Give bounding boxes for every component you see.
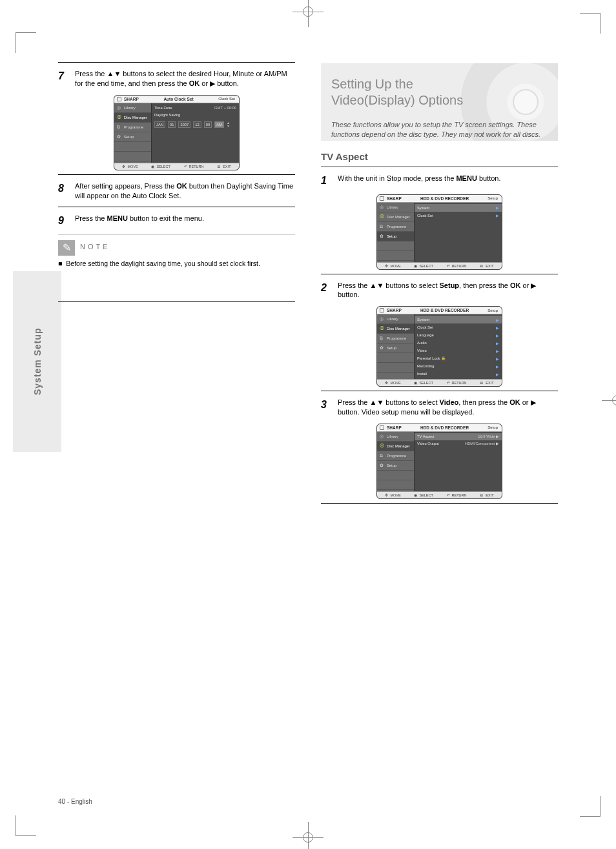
osd-brand: SHARP (387, 425, 402, 430)
row-language[interactable]: Language▶ (417, 331, 499, 339)
programme-icon (117, 125, 122, 130)
row-recording[interactable]: Recording▶ (417, 362, 499, 370)
brand-logo-icon (380, 308, 384, 312)
osd-brand: SHARP (387, 308, 402, 312)
lock-icon: 🔒 (441, 356, 446, 360)
chevron-right-icon: ▶ (496, 333, 499, 338)
osd-brand: SHARP (387, 196, 402, 201)
chevron-right-icon: ▶ (496, 341, 499, 345)
osd-crumb: Setup (488, 196, 498, 200)
osd-setup-expanded: SHARP HDD & DVD RECORDER Setup Library D… (376, 306, 502, 387)
right-icon: ▶ (531, 281, 536, 289)
exit-icon: ⦻ (480, 264, 484, 268)
sidebar-item-discmanager[interactable]: Disc Manager (124, 116, 147, 119)
sidebar-item-library[interactable]: Library (124, 106, 136, 110)
step-1: 1 With the unit in Stop mode, press the … (321, 174, 558, 188)
move-icon: ✥ (385, 381, 388, 385)
row-timezone[interactable]: Time Zone GMT + 00:00 (154, 105, 236, 112)
library-icon (117, 105, 122, 110)
clock-segments[interactable]: JAN 01 2007 12 00 AM ▲▼ (154, 121, 236, 128)
sidebar-item-discmanager[interactable]: Disc Manager (387, 327, 410, 331)
return-icon: ↶ (447, 264, 450, 268)
banner-subtitle: These functions allow you to setup the T… (331, 120, 548, 139)
programme-icon (380, 336, 385, 341)
sidebar-item-setup[interactable]: Setup (124, 135, 134, 139)
osd-crumb: Setup (488, 425, 498, 429)
move-icon: ✥ (385, 493, 388, 497)
note-text: ■ Before setting the daylight saving tim… (58, 260, 295, 267)
step-3: 3 Press the ▲▼ buttons to select Video, … (321, 398, 558, 417)
osd-title: Auto Clock Set (139, 97, 219, 101)
sidebar-item-programme[interactable]: Programme (387, 454, 406, 458)
banner-title-line1: Setting Up the (331, 77, 413, 91)
row-install[interactable]: Install▶ (417, 370, 499, 378)
row-clockset[interactable]: Clock Set▶ (417, 323, 499, 331)
right-icon: ▶ (531, 398, 536, 406)
osd-crumb: Setup (488, 309, 498, 312)
exit-icon: ⦻ (480, 381, 484, 385)
chevron-right-icon: ▶ (496, 325, 499, 330)
row-tvaspect[interactable]: TV Aspect16:9 Wide ▶ (415, 433, 502, 440)
row-videooutput[interactable]: Video OutputHDMI/Component ▶ (417, 440, 499, 447)
spinner-down-icon[interactable]: ▼ (227, 125, 230, 128)
osd-crumb: Clock Set (218, 97, 235, 101)
chevron-right-icon: ▶ (496, 349, 499, 353)
sidebar-item-setup[interactable]: Setup (387, 464, 396, 467)
step-2: 2 Press the ▲▼ buttons to select Setup, … (321, 281, 558, 300)
discmanager-icon (117, 115, 122, 120)
step-9: 9 Press the MENU button to exit the menu… (58, 214, 295, 228)
banner-title-line2: Video(Display) Options (331, 93, 463, 107)
sidebar-item-programme[interactable]: Programme (387, 225, 406, 229)
section-heading-tvaspect: TV Aspect (321, 151, 558, 162)
osd-video-menu: SHARP HDD & DVD RECORDER Setup Library D… (376, 424, 502, 499)
brand-logo-icon (380, 196, 384, 201)
row-video[interactable]: Video▶ (417, 347, 499, 354)
move-icon: ✥ (122, 165, 125, 169)
row-system[interactable]: System▶ (415, 204, 502, 212)
note-block: ✎ NOTE (58, 240, 295, 256)
row-parental[interactable]: Parental Lock 🔒▶ (417, 354, 499, 362)
sidebar-item-discmanager[interactable]: Disc Manager (387, 215, 410, 219)
row-system[interactable]: System▶ (415, 316, 502, 323)
osd-title: HDD & DVD RECORDER (402, 196, 488, 201)
return-icon: ↶ (447, 493, 450, 497)
return-icon: ↶ (184, 165, 187, 169)
library-icon (380, 434, 385, 439)
chevron-right-icon: ▶ (496, 356, 499, 361)
programme-icon (380, 453, 385, 458)
chevron-right-icon: ▶ (496, 213, 499, 218)
sidebar-item-library[interactable]: Library (387, 317, 398, 321)
select-icon: ◉ (414, 493, 417, 497)
sidebar-item-library[interactable]: Library (387, 205, 398, 209)
library-icon (380, 316, 385, 322)
right-icon: ▶ (210, 79, 215, 87)
exit-icon: ⦻ (217, 165, 221, 169)
brand-logo-icon (380, 425, 384, 430)
row-daylight[interactable]: Daylight Saving (154, 112, 236, 119)
select-icon: ◉ (151, 165, 154, 169)
osd-title: HDD & DVD RECORDER (402, 308, 488, 312)
sidebar-item-discmanager[interactable]: Disc Manager (387, 444, 410, 448)
updown-icon: ▲▼ (107, 70, 121, 77)
sidebar-item-programme[interactable]: Programme (387, 336, 406, 340)
discmanager-icon (380, 214, 385, 220)
select-icon: ◉ (414, 381, 417, 385)
step-8: 8 After setting appears, Press the OK bu… (58, 181, 295, 201)
sidebar-item-programme[interactable]: Programme (124, 125, 143, 129)
chevron-right-icon: ▶ (496, 318, 499, 322)
pencil-icon: ✎ (58, 240, 75, 256)
setup-icon (380, 345, 385, 351)
osd-title: HDD & DVD RECORDER (402, 425, 488, 430)
sidebar-item-setup[interactable]: Setup (387, 346, 396, 350)
row-audio[interactable]: Audio▶ (417, 339, 499, 347)
page-number: 40 - English (58, 798, 92, 805)
return-icon: ↶ (447, 381, 450, 385)
sidebar-item-library[interactable]: Library (387, 435, 398, 438)
row-clockset[interactable]: Clock Set▶ (417, 212, 499, 220)
osd-auto-clock-set: SHARP Auto Clock Set Clock Set Library D… (114, 95, 240, 170)
setup-icon (380, 463, 385, 468)
programme-icon (380, 224, 385, 229)
sidebar-item-setup[interactable]: Setup (387, 234, 396, 238)
osd-brand: SHARP (124, 97, 139, 101)
library-icon (380, 205, 385, 210)
